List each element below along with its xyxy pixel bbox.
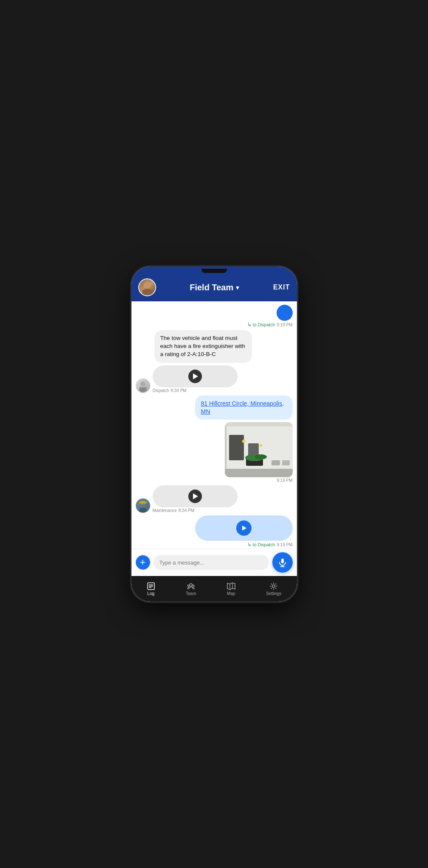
chevron-down-icon: ▾ [236, 284, 239, 292]
reply-indicator: ↳ to Dispatch [247, 542, 275, 548]
message-time: 8:34 PM [179, 508, 194, 513]
play-button[interactable] [188, 490, 202, 503]
message-time: 9:19 PM [277, 542, 292, 547]
avatar [138, 278, 156, 296]
team-icon [187, 582, 195, 590]
maintenance-avatar-image [136, 498, 150, 513]
message-col: Maintenance 8:34 PM [153, 485, 238, 513]
message-row: Maintenance 8:34 PM [136, 485, 293, 513]
reply-label: to Dispatch [253, 322, 275, 327]
message-row: ↳ to Dispatch 9:19 PM [136, 305, 293, 328]
audio-bubble[interactable] [153, 365, 238, 387]
svg-point-29 [190, 584, 192, 586]
add-attachment-button[interactable]: + [136, 555, 150, 570]
message-meta: ↳ to Dispatch 9:19 PM [247, 542, 293, 548]
dispatch-avatar [136, 378, 150, 393]
svg-rect-15 [225, 469, 293, 477]
sender-name: Maintenance [153, 508, 177, 513]
svg-point-11 [255, 454, 267, 459]
svg-point-19 [139, 508, 147, 512]
message-time: 9:19 PM [277, 323, 292, 327]
app-header: Field Team ▾ EXIT [131, 275, 297, 301]
reply-indicator: ↳ to Dispatch [247, 322, 275, 328]
svg-point-30 [187, 585, 189, 587]
svg-rect-21 [140, 503, 146, 504]
message-time: 8:34 PM [171, 388, 186, 393]
address-link[interactable]: 81 Hillcrest Circle, Minneapolis, MN [201, 400, 284, 415]
log-icon [147, 582, 155, 590]
avatar-image [139, 279, 155, 295]
message-col: Dispatch 8:34 PM [153, 365, 238, 393]
play-icon [193, 373, 198, 379]
voice-record-button[interactable] [272, 552, 293, 573]
svg-point-1 [142, 289, 152, 295]
svg-point-31 [193, 585, 194, 587]
play-button[interactable] [188, 370, 202, 383]
message-meta: 9:19 PM [277, 478, 292, 483]
svg-rect-4 [139, 387, 147, 388]
phone-screen: Field Team ▾ EXIT ↳ to Dispatch 9:19 PM [131, 267, 297, 601]
play-icon [242, 526, 246, 531]
image-bubble[interactable] [225, 422, 293, 477]
team-nav-label: Team [186, 591, 196, 596]
map-nav-label: Map [227, 591, 235, 596]
header-title-group[interactable]: Field Team ▾ [190, 283, 239, 292]
svg-point-0 [144, 282, 151, 289]
audio-bubble-blue[interactable] [195, 515, 293, 541]
input-area: + [131, 548, 297, 576]
settings-icon [269, 582, 278, 590]
audio-message-bubble[interactable] [277, 305, 293, 321]
message-input[interactable] [154, 555, 269, 570]
svg-point-13 [242, 440, 246, 443]
play-icon [193, 493, 198, 499]
nav-item-settings[interactable]: Settings [266, 582, 281, 596]
settings-nav-label: Settings [266, 591, 281, 596]
map-icon [227, 582, 235, 590]
svg-rect-7 [229, 435, 244, 460]
channel-title: Field Team [190, 283, 233, 292]
dispatch-avatar-image [136, 378, 150, 393]
message-row: ↳ to Dispatch 9:19 PM [136, 515, 293, 548]
text-bubble: The tow vehicle and float must each have… [154, 330, 252, 363]
message-meta: ↳ to Dispatch 9:19 PM [247, 322, 293, 328]
message-row: 81 Hillcrest Circle, Minneapolis, MN [136, 395, 293, 420]
maintenance-avatar [136, 498, 150, 513]
svg-rect-17 [282, 460, 290, 465]
nav-item-map[interactable]: Map [227, 582, 235, 596]
message-row: 9:19 PM [136, 422, 293, 483]
svg-rect-16 [271, 460, 280, 465]
message-row: The tow vehicle and float must each have… [136, 330, 293, 363]
audio-bubble[interactable] [153, 485, 238, 507]
link-bubble[interactable]: 81 Hillcrest Circle, Minneapolis, MN [195, 395, 293, 420]
nav-item-team[interactable]: Team [186, 582, 196, 596]
chat-area: ↳ to Dispatch 9:19 PM The tow vehicle an… [131, 301, 297, 548]
svg-point-14 [260, 444, 262, 447]
svg-point-35 [272, 585, 275, 587]
reply-label: to Dispatch [253, 542, 275, 547]
svg-rect-22 [281, 559, 284, 563]
status-bar [131, 267, 297, 275]
svg-point-2 [140, 381, 145, 387]
play-button-blue[interactable] [236, 520, 252, 536]
phone-frame: Field Team ▾ EXIT ↳ to Dispatch 9:19 PM [131, 267, 297, 601]
notch [201, 269, 227, 273]
bottom-nav: Log Team Map [131, 576, 297, 601]
svg-marker-32 [227, 583, 235, 590]
message-text: The tow vehicle and float must each have… [160, 335, 245, 357]
exit-button[interactable]: EXIT [273, 284, 290, 291]
message-time: 9:19 PM [277, 478, 292, 483]
log-nav-label: Log [147, 591, 154, 596]
message-meta: Dispatch 8:34 PM [153, 388, 238, 393]
message-meta: Maintenance 8:34 PM [153, 508, 238, 513]
message-row: Dispatch 8:34 PM [136, 365, 293, 393]
nav-item-log[interactable]: Log [147, 582, 155, 596]
sender-name: Dispatch [153, 388, 169, 393]
